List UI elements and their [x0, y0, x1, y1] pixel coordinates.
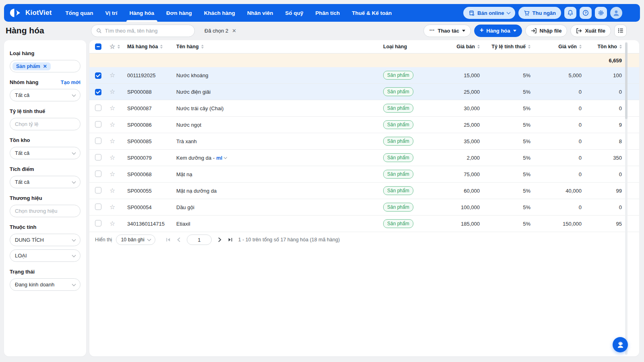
- nav-item-8[interactable]: Thuế & Kế toán: [352, 4, 392, 22]
- nav-item-3[interactable]: Đơn hàng: [166, 4, 192, 22]
- ty-le-thue-input[interactable]: [15, 121, 75, 127]
- pagination-summary: 1 - 10 trên tổng số 17 hàng hóa (18 mã h…: [238, 237, 340, 243]
- col-header-price[interactable]: Giá bán: [456, 44, 475, 49]
- remove-chip-icon[interactable]: ✕: [43, 64, 47, 69]
- favorite-star-icon[interactable]: ☆: [109, 138, 127, 144]
- tax-rate-value: 5%: [480, 72, 530, 78]
- import-file-button[interactable]: Nhập file: [525, 25, 568, 37]
- favorite-star-icon[interactable]: ☆: [109, 105, 127, 111]
- table-row[interactable]: ☆ SP000088 Nước điện giải Sản phẩm 25,00…: [89, 84, 639, 100]
- first-page-button[interactable]: [166, 237, 171, 242]
- sort-icon[interactable]: [160, 45, 163, 49]
- page-size-select[interactable]: 10 bản ghi: [116, 234, 155, 245]
- search-box[interactable]: [91, 25, 195, 37]
- next-page-button[interactable]: [218, 237, 222, 242]
- previous-page-button[interactable]: [177, 237, 181, 242]
- clear-selection-icon[interactable]: ✕: [232, 28, 236, 33]
- product-name: Etiaxil: [176, 221, 383, 227]
- row-checkbox[interactable]: [95, 89, 101, 95]
- add-product-button[interactable]: + Hàng hóa: [474, 25, 522, 37]
- table-row[interactable]: ☆ SP000086 Nước ngọt Sản phẩm 25,000 5% …: [89, 117, 639, 133]
- table-row[interactable]: ☆ 3401360114715 Etiaxil Sản phẩm 185,000…: [89, 216, 639, 232]
- export-file-button[interactable]: Xuất file: [570, 25, 611, 37]
- sort-icon[interactable]: [118, 45, 120, 49]
- nav-item-7[interactable]: Phân tích: [315, 4, 340, 22]
- favorite-star-icon[interactable]: ☆: [109, 154, 127, 161]
- thuoc-tinh-select-1[interactable]: DUNG TÍCH: [10, 234, 80, 246]
- sort-icon[interactable]: [619, 45, 622, 49]
- nav-item-4[interactable]: Khách hàng: [204, 4, 235, 22]
- table-row[interactable]: ☆ 0011192025 Nước khoáng Sản phẩm 15,000…: [89, 67, 639, 84]
- col-header-name[interactable]: Tên hàng: [176, 44, 199, 49]
- thuong-hieu-input[interactable]: [15, 208, 75, 214]
- help-button[interactable]: ?: [580, 7, 592, 19]
- support-chat-button[interactable]: [613, 337, 628, 352]
- nav-item-1[interactable]: Vị trí: [105, 4, 118, 22]
- type-badge: Sản phẩm: [383, 186, 413, 195]
- thuong-hieu-input-box[interactable]: [10, 205, 80, 217]
- table-row[interactable]: ☆ SP000087 Nước trái cây (Chai) Sản phẩm…: [89, 100, 639, 117]
- loai-hang-filter[interactable]: Sản phẩm ✕: [10, 60, 80, 72]
- favorite-star-icon[interactable]: ☆: [109, 187, 127, 194]
- favorite-star-icon[interactable]: ☆: [109, 43, 115, 50]
- table-row[interactable]: ☆ SP000085 Trà xanh Sản phẩm 35,000 5% 0…: [89, 133, 639, 150]
- price-value: 75,000: [421, 171, 480, 177]
- thu-ngan-button[interactable]: Thu ngân: [518, 7, 561, 19]
- column-settings-button[interactable]: [614, 25, 627, 37]
- table-scrollbar-thumb[interactable]: [625, 43, 627, 119]
- col-header-stock[interactable]: Tồn kho: [597, 44, 617, 49]
- col-header-tax[interactable]: Tỷ lệ tính thuế: [491, 44, 526, 49]
- settings-button[interactable]: [595, 7, 607, 19]
- ty-le-thue-input-box[interactable]: [10, 118, 80, 130]
- create-group-link[interactable]: Tạo mới: [61, 80, 80, 85]
- chevron-down-icon: [72, 282, 76, 286]
- sort-icon[interactable]: [201, 45, 204, 49]
- kiotviet-logo[interactable]: KiotViet: [10, 8, 52, 18]
- user-avatar[interactable]: [610, 7, 622, 19]
- favorite-star-icon[interactable]: ☆: [109, 88, 127, 95]
- row-checkbox[interactable]: [95, 187, 101, 193]
- ban-online-button[interactable]: Bán online: [463, 7, 515, 19]
- table-row[interactable]: ☆ SP000079 Kem dưỡng da -ml Sản phẩm 2,0…: [89, 150, 639, 166]
- nhom-hang-select[interactable]: Tất cả: [10, 89, 80, 101]
- row-checkbox[interactable]: [95, 105, 101, 111]
- favorite-star-icon[interactable]: ☆: [109, 220, 127, 227]
- bulk-actions-button[interactable]: ⋯ Thao tác: [423, 25, 471, 37]
- nav-item-5[interactable]: Nhân viên: [247, 4, 273, 22]
- ton-kho-select[interactable]: Tất cả: [10, 147, 80, 159]
- search-input[interactable]: [105, 28, 190, 34]
- row-checkbox[interactable]: [95, 154, 101, 160]
- product-code: SP000055: [127, 188, 176, 194]
- col-header-code[interactable]: Mã hàng hóa: [127, 44, 158, 49]
- page-number-input[interactable]: [187, 234, 212, 245]
- variant-link[interactable]: ml: [216, 155, 222, 161]
- filter-chip-san-pham[interactable]: Sản phẩm ✕: [12, 62, 51, 70]
- last-page-button[interactable]: [228, 237, 233, 242]
- favorite-star-icon[interactable]: ☆: [109, 171, 127, 177]
- row-checkbox[interactable]: [95, 171, 101, 177]
- nav-item-0[interactable]: Tổng quan: [66, 4, 93, 22]
- favorite-star-icon[interactable]: ☆: [109, 204, 127, 210]
- row-checkbox[interactable]: [95, 220, 101, 226]
- row-checkbox[interactable]: [95, 138, 101, 144]
- row-checkbox[interactable]: [95, 121, 101, 128]
- product-code: SP000085: [127, 138, 176, 144]
- row-checkbox[interactable]: [95, 72, 101, 79]
- nav-item-2[interactable]: Hàng hóa: [130, 4, 155, 22]
- tich-diem-select[interactable]: Tất cả: [10, 176, 80, 188]
- cart-icon: [524, 10, 530, 16]
- nav-item-6[interactable]: Sổ quỹ: [285, 4, 303, 22]
- table-row[interactable]: ☆ SP000055 Mặt nạ dưỡng da Sản phẩm 60,0…: [89, 183, 639, 199]
- table-row[interactable]: ☆ SP000068 Mặt nạ Sản phẩm 75,000 5% 0 0: [89, 166, 639, 183]
- col-header-cost[interactable]: Giá vốn: [558, 44, 577, 49]
- favorite-star-icon[interactable]: ☆: [109, 72, 127, 78]
- thuoc-tinh-select-2[interactable]: LOẠI: [10, 249, 80, 262]
- product-name-text: Nước ngọt: [176, 122, 201, 128]
- trang-thai-select[interactable]: Đang kinh doanh: [10, 278, 80, 291]
- table-row[interactable]: ☆ SP000054 Dầu gội Sản phẩm 100,000 5% 0…: [89, 199, 639, 216]
- row-checkbox[interactable]: [95, 204, 101, 210]
- notifications-button[interactable]: [564, 7, 576, 19]
- favorite-star-icon[interactable]: ☆: [109, 121, 127, 128]
- select-all-checkbox[interactable]: [95, 43, 101, 50]
- cost-value: 150,000: [530, 221, 582, 227]
